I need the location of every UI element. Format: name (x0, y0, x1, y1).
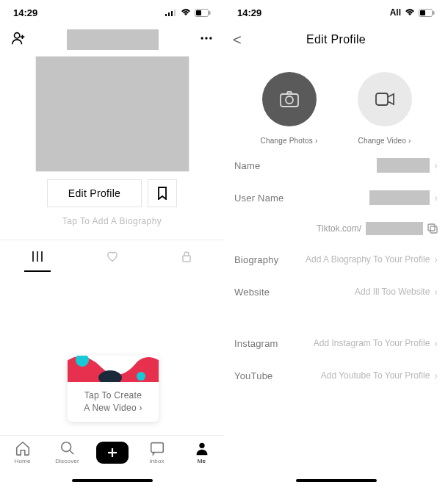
edit-profile-screen: 14:29 All < Edit Profile Change Photos ›… (224, 0, 448, 485)
svg-rect-30 (376, 93, 388, 105)
person-icon (194, 440, 210, 456)
tab-liked[interactable] (75, 240, 150, 272)
battery-icon (419, 9, 435, 17)
nav-me[interactable]: Me (182, 440, 222, 464)
svg-point-18 (137, 372, 145, 381)
media-row: Change Photos › Change Video › (224, 54, 448, 149)
nav-inbox[interactable]: Inbox (137, 440, 177, 464)
video-icon (375, 92, 395, 107)
status-icons (165, 9, 211, 17)
status-bar: 14:29 All (224, 0, 448, 25)
field-list: Name › User Name › (224, 149, 448, 214)
svg-rect-23 (151, 443, 163, 453)
field-biography[interactable]: Biography Add A Biography To Your Profil… (234, 243, 438, 276)
svg-point-8 (201, 37, 203, 39)
home-icon (15, 440, 31, 456)
add-friend-icon[interactable] (10, 30, 26, 49)
battery-icon (195, 9, 211, 17)
svg-rect-0 (165, 14, 167, 16)
youtube-label: YouTube (234, 370, 273, 381)
bio-placeholder-text[interactable]: Tap To Add A Biography (0, 216, 224, 226)
svg-rect-2 (171, 11, 173, 16)
change-video-item[interactable]: Change Video › (358, 72, 412, 145)
edit-profile-button[interactable]: Edit Profile (47, 179, 142, 207)
popup-art-icon (68, 356, 159, 382)
inbox-icon (149, 440, 165, 456)
website-label: Website (234, 287, 270, 298)
field-tiktok-url[interactable]: Tiktok.com/ (224, 214, 448, 243)
wifi-icon (181, 9, 191, 16)
name-value-placeholder (377, 158, 430, 173)
instagram-label: Instagram (234, 338, 278, 349)
profile-photo[interactable] (35, 56, 189, 172)
home-indicator (72, 479, 153, 482)
back-icon[interactable]: < (233, 32, 242, 48)
nav-home[interactable]: Home (3, 440, 43, 464)
popup-line2: A New Video › (75, 402, 151, 414)
nav-me-label: Me (198, 458, 206, 464)
profile-screen: 14:29 Edit Profile Tap To Add A Biograph… (0, 0, 224, 485)
field-youtube[interactable]: YouTube Add Youtube To Your Profile › (234, 359, 438, 392)
field-website[interactable]: Website Add Ill Too Website › (234, 276, 438, 308)
username-value-placeholder (369, 190, 430, 205)
svg-point-19 (61, 442, 71, 452)
tab-grid[interactable] (0, 240, 75, 272)
field-instagram[interactable]: Instagram Add Instagram To Your Profile … (234, 327, 438, 359)
heart-icon (106, 251, 119, 262)
popup-line1: Tap To Create (75, 389, 151, 402)
chevron-right-icon: › (434, 337, 438, 349)
status-time: 14:29 (13, 7, 37, 18)
svg-point-24 (199, 443, 204, 448)
bio-label: Biography (234, 254, 278, 265)
instagram-value: Add Instagram To Your Profile (314, 338, 430, 348)
camera-icon (279, 90, 300, 108)
svg-point-29 (286, 96, 293, 104)
chevron-right-icon: › (434, 370, 438, 381)
status-icons: All (390, 7, 435, 18)
nav-inbox-label: Inbox (149, 458, 165, 464)
edit-header: < Edit Profile (224, 25, 448, 54)
chevron-right-icon: › (434, 286, 438, 298)
chevron-right-icon: › (434, 192, 438, 204)
copy-icon[interactable] (427, 223, 438, 234)
svg-rect-26 (420, 10, 425, 15)
name-label: Name (234, 160, 260, 171)
nav-create[interactable] (93, 440, 132, 464)
svg-point-9 (205, 37, 207, 39)
grid-icon (32, 251, 43, 262)
home-indicator (296, 479, 377, 482)
search-icon (59, 440, 76, 456)
tab-private[interactable] (149, 240, 224, 272)
bio-value: Add A Biography To Your Profile (306, 254, 430, 265)
svg-point-10 (209, 37, 212, 39)
svg-rect-31 (430, 226, 437, 233)
bookmark-button[interactable] (148, 179, 177, 207)
svg-point-7 (15, 33, 20, 38)
svg-rect-1 (168, 12, 170, 16)
popup-text: Tap To Create A New Video › (68, 385, 159, 422)
website-value: Add Ill Too Website (355, 287, 430, 297)
svg-rect-32 (428, 224, 435, 231)
change-photo-label: Change Photos › (260, 137, 317, 145)
status-bar: 14:29 (0, 0, 224, 25)
change-photo-item[interactable]: Change Photos › (260, 72, 317, 145)
svg-rect-3 (174, 10, 176, 16)
signal-icon (165, 9, 177, 16)
create-video-popup[interactable]: Tap To Create A New Video › (68, 356, 159, 422)
svg-rect-5 (196, 10, 201, 15)
bottom-nav: Home Discover Inbox Me (0, 435, 224, 485)
video-circle (358, 72, 412, 126)
bookmark-icon (156, 187, 168, 200)
chevron-right-icon: › (434, 254, 438, 265)
more-icon[interactable] (199, 31, 214, 48)
svg-rect-6 (209, 11, 211, 15)
nav-home-label: Home (14, 458, 30, 464)
field-username[interactable]: User Name › (234, 182, 438, 214)
create-button[interactable] (96, 442, 129, 464)
field-name[interactable]: Name › (234, 149, 438, 182)
nav-discover[interactable]: Discover (48, 440, 87, 464)
profile-top-bar (0, 25, 224, 54)
tiktok-url-placeholder (366, 222, 423, 235)
profile-actions: Edit Profile (0, 179, 224, 207)
tiktok-url-prefix: Tiktok.com/ (317, 223, 361, 234)
